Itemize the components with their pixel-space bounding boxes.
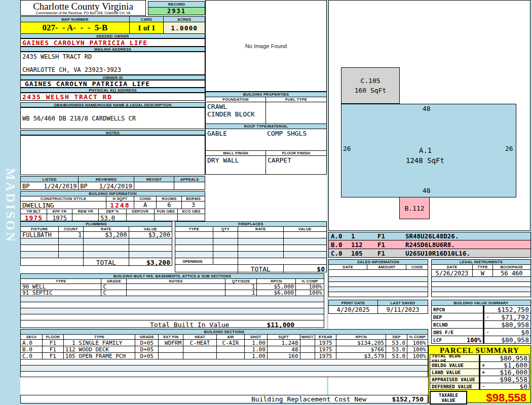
legal-row-type: W <box>473 270 493 276</box>
wall-finish-value: DRY WALL <box>206 156 266 174</box>
physical-address-value: 2435 WELSH TRACT RD <box>22 93 112 101</box>
sections-header-whgt: WHGT <box>300 335 315 339</box>
legend-code: 112 <box>351 241 377 249</box>
photo-panel: No Image Found <box>205 0 327 92</box>
map-number-value: 027- - A- - - 5-B <box>21 22 130 33</box>
fireplaces-title: FIREPLACES <box>175 222 326 226</box>
legend-row-a: A.0 1 F1 SR48U26L48D26. <box>328 232 531 240</box>
sections-header-sec: SEC# <box>21 335 43 339</box>
physical-address-bar: 2435 WELSH TRACT RD <box>20 93 205 101</box>
madison-watermark: MADISON <box>3 168 17 244</box>
roof-material: COMP SHGLS <box>267 130 307 137</box>
deeded-owner-label: DEEDED OWNER <box>20 33 205 38</box>
built-ins-row-grade: C <box>101 284 127 290</box>
built-ins-row-qty: 1 <box>225 284 257 290</box>
reviewed-label: REVIEWED <box>79 177 134 182</box>
built-ins-row-qty: 1 <box>225 290 257 296</box>
deeded-owner-value: GAINES CAROLYN PATRICIA LIFE <box>22 39 147 47</box>
taxable-label: TAXABLE VALUE <box>430 391 467 404</box>
roof-type: GABLE <box>207 130 267 137</box>
sections-header-shgt: SHGT <box>245 335 268 339</box>
legal-header-date: DATE <box>432 265 473 269</box>
effyr-value: 1975 <box>47 214 73 222</box>
plumbing-count: 1 <box>59 232 84 238</box>
sections-header-air: AIR <box>217 335 245 339</box>
owner-id-label: OWNER ID <box>20 75 205 80</box>
effyr-label: EFF YR <box>47 209 73 214</box>
sketch-dim-bottom: 48 <box>423 187 431 194</box>
fireplaces-total-value: $0 <box>284 265 326 273</box>
roof-value: GABLE COMP SHGLS <box>206 129 326 150</box>
mailing-line1: 2435 WELSH TRACT RD <box>22 53 92 60</box>
reviewed-date: 1/24/2019 <box>99 183 132 190</box>
ecoobs-value <box>178 214 205 222</box>
legend-floor: F1 <box>377 250 405 257</box>
taxable-value: $98,558 <box>467 391 529 404</box>
sketch-dim-top: 48 <box>423 105 431 112</box>
built-ins-header-type: TYPE <box>21 279 101 284</box>
plumbing-header-rate: RATE <box>84 227 129 231</box>
sketch-dim-left: 26 <box>343 145 351 152</box>
built-ins-title: BUILDING BUILT INS, BASEMENTS, ATTICS & … <box>21 274 324 278</box>
vs-row-rclnd: RCLND $80,958 <box>432 321 530 329</box>
foundation-label: FOUNDATION <box>206 97 266 102</box>
fireplaces-header-value: VALUE <box>284 227 326 231</box>
funobs-value <box>155 214 178 222</box>
sections-header-rpcn: RPCN <box>336 335 386 339</box>
fuel-type-value <box>266 102 326 124</box>
ps-row-land: LAND VALUE +$16,000 <box>430 369 529 376</box>
hsqft-value: 1248 <box>106 201 134 209</box>
dba-label: DBA/BUISNESS NAME/HOUSE NAME & LEGAL DES… <box>20 102 205 107</box>
last-saved-label: LAST SAVED <box>378 300 428 305</box>
plumbing-total-label: TOTAL <box>84 258 129 266</box>
deeded-owner-bar: GAINES CAROLYN PATRICIA LIFE <box>20 38 205 47</box>
dep-label: DEP % <box>99 209 127 214</box>
map-number-label: MAP NUMBER <box>21 17 130 22</box>
plumbing-header-count: COUNT <box>59 227 84 231</box>
fireplaces-header-type: TYPE <box>175 227 213 231</box>
taxable-row: TAXABLE VALUE $98,558 <box>430 391 529 404</box>
plumbing-header-fixture: FIXTURE <box>21 227 59 231</box>
dep-value: 53.0 <box>99 214 127 222</box>
replacement-cost-value: $152,750 <box>392 395 428 403</box>
ecoobs-label: ECO OBS <box>178 209 205 214</box>
card-value: 1 of 1 <box>130 22 164 33</box>
floor-finish-label: FLOOR FINISH <box>266 151 326 155</box>
legend-trace: U26SU10R16D10L16. <box>405 250 470 257</box>
listed-date: 1/24/2019 <box>44 183 77 190</box>
legend-trace: SR48U26L48D26. <box>405 232 459 240</box>
foundation-value: CRAWL CINDER BLOCK <box>206 102 266 124</box>
sales-header-amount: AMOUNT <box>367 265 406 269</box>
mailing-address-label: MAILING ADDRESS <box>20 47 205 52</box>
print-date-label: PRINT DATE <box>329 300 378 305</box>
legal-row-date: 5/26/2023 <box>432 270 473 276</box>
legal-description: WB 56/460 DB 218/8 CARDWELLS CR <box>22 115 136 122</box>
fireplaces-header-rate: RATE <box>238 227 283 231</box>
revisit-cell <box>134 182 175 190</box>
section-row-a: A.0 F1 1 SINGLE FAMILY D+05 WDFRM C-HEAT… <box>21 340 428 346</box>
legal-header-type: TYPE <box>473 265 493 269</box>
built-ins-total-label: Total Built In Value <box>21 320 257 329</box>
built-ins-row-grade: C <box>101 290 127 296</box>
built-ins-row-type: 90 WELL <box>21 284 101 290</box>
bdrms-label: BDRMS <box>182 196 205 201</box>
legal-header-bookpage: BOOKPAGE <box>493 265 530 269</box>
ps-row-obldg: OBLDG VALUE +$1,600 <box>430 361 529 369</box>
sections-header-comp: % COMP <box>407 335 428 339</box>
depovr-label: DEPOVR <box>127 209 155 214</box>
record-label: RECORD <box>148 1 205 8</box>
section-row-c: C.0 F1 105 OPEN FRAME PCH D+05 1.00 160 … <box>21 353 428 359</box>
sales-title: SALES INFORMATION <box>329 260 428 264</box>
plumbing-title: PLUMBING <box>21 222 172 226</box>
replacement-cost-bar: Building Replacement Cost New $152,750 <box>20 395 428 403</box>
notes-label: NOTES <box>20 130 205 135</box>
yrblt-label: YR BLT <box>21 209 47 214</box>
replacement-cost-label: Building Replacement Cost New <box>251 395 366 403</box>
fuel-type-label: FUEL TYPE <box>266 97 326 102</box>
funobs-label: FUN OBS <box>155 209 178 214</box>
legal-title: LEGAL INSTRUMENTS <box>432 260 530 264</box>
sections-header-eyear: EYEAR <box>315 335 337 339</box>
sketch-a-name: A.1 <box>419 146 432 154</box>
construction-style-label: CONSTRUCTION STYLE <box>21 196 106 201</box>
sections-header-grade: GRADE <box>135 335 159 339</box>
